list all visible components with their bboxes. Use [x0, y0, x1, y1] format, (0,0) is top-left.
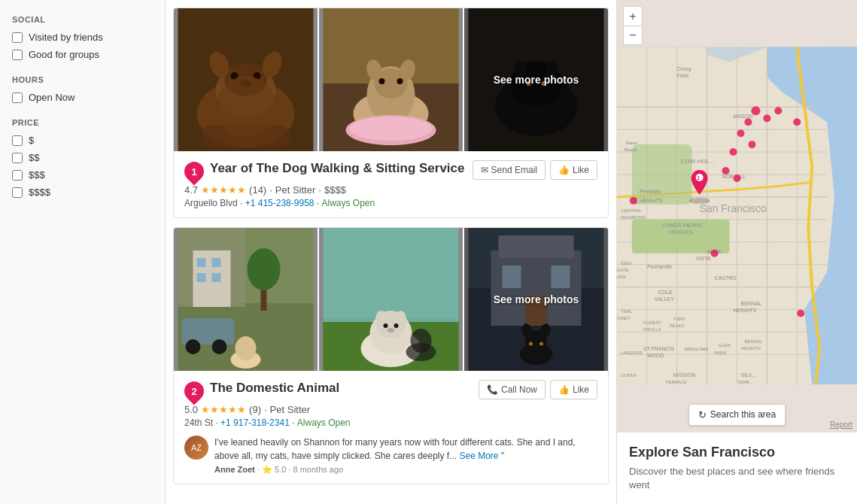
listing-2-phone[interactable]: +1 917-318-2341: [220, 417, 290, 428]
see-more-link[interactable]: See More: [460, 451, 499, 461]
price-2-checkbox[interactable]: [12, 153, 23, 163]
map-zoom-out-button[interactable]: −: [623, 26, 643, 45]
listing-2-number[interactable]: 2: [181, 378, 208, 405]
svg-text:LAKESIDE: LAKESIDE: [621, 351, 643, 355]
map-report-link[interactable]: Report: [830, 421, 852, 429]
price-1-label[interactable]: $: [29, 135, 34, 146]
svg-point-3: [225, 63, 267, 96]
listing-2-photos: See more photos: [174, 228, 608, 371]
listing-2-type: Pet Sitter: [270, 404, 310, 415]
listing-2-hours-status: Always Open: [297, 417, 351, 428]
listing-1-rating: 4.7: [184, 184, 198, 196]
sidebar-item-price-4[interactable]: $$$$: [12, 187, 153, 198]
svg-text:GATE: GATE: [617, 268, 629, 272]
price-1-checkbox[interactable]: [12, 135, 23, 146]
svg-text:WOOD: WOOD: [647, 353, 664, 358]
svg-text:BERNAL: BERNAL: [744, 339, 763, 344]
svg-text:PEAKS: PEAKS: [670, 323, 685, 328]
listing-2-header: 2 The Domestic Animal 📞 Call Now 👍 Like: [184, 380, 597, 401]
price-3-label[interactable]: $$$: [29, 169, 45, 181]
svg-text:MIRALOMA: MIRALOMA: [685, 347, 709, 351]
listing-2-call-now-button[interactable]: 📞 Call Now: [479, 380, 546, 399]
sidebar-item-visited-by-friends[interactable]: Visited by friends: [12, 32, 153, 43]
listing-2-title-group: 2 The Domestic Animal: [184, 380, 339, 401]
svg-text:KNOLLS: KNOLLS: [643, 327, 661, 332]
svg-point-55: [387, 328, 395, 332]
explore-description: Discover the best places and see where f…: [629, 465, 845, 492]
svg-text:TRAL: TRAL: [621, 309, 633, 314]
listing-1-photo-2[interactable]: [319, 8, 463, 151]
listing-2-photo-3[interactable]: See more photos: [464, 228, 608, 371]
listing-card-2: See more photos 2 The Domestic Animal 📞 …: [173, 227, 609, 484]
svg-rect-47: [324, 228, 459, 322]
listing-1-title-group: 1 Year of The Dog Walking & Sitting Serv…: [184, 160, 465, 181]
map-svg: COW HOL... NOB HILL Presidio HEIGHTS LOW…: [617, 0, 857, 432]
svg-point-149: [793, 118, 801, 126]
sidebar: SOCIAL Visited by friends Good for group…: [0, 0, 166, 504]
svg-rect-91: [632, 144, 692, 205]
sidebar-item-price-1[interactable]: $: [12, 135, 153, 146]
svg-text:ST FRANCIS: ST FRANCIS: [643, 346, 675, 351]
listing-1-photo-3[interactable]: See more photos: [464, 8, 608, 151]
svg-point-54: [394, 323, 399, 328]
svg-point-39: [248, 248, 281, 290]
svg-text:Field: Field: [677, 73, 688, 78]
author-star: ⭐: [262, 465, 272, 474]
good-for-groups-checkbox[interactable]: [12, 50, 23, 60]
review-time-ago: 8 months ago: [293, 465, 344, 474]
svg-text:CASTRO: CASTRO: [715, 275, 737, 281]
listing-2-rating: 5.0: [184, 404, 198, 415]
email-icon: ✉: [481, 165, 488, 175]
svg-text:VALLEY: VALLEY: [655, 296, 674, 302]
listing-2-like-button[interactable]: 👍 Like: [550, 380, 597, 399]
svg-text:MISSION: MISSION: [673, 372, 695, 378]
price-4-label[interactable]: $$$$: [29, 187, 50, 198]
price-3-checkbox[interactable]: [12, 170, 23, 181]
visited-by-friends-label[interactable]: Visited by friends: [29, 32, 103, 43]
listing-2-photo-1[interactable]: [174, 228, 318, 371]
right-panel: COW HOL... NOB HILL Presidio HEIGHTS LOW…: [616, 0, 857, 504]
svg-text:TWIN: TWIN: [673, 317, 685, 321]
sidebar-item-price-2[interactable]: $$: [12, 152, 153, 163]
svg-text:INSET: INSET: [617, 316, 631, 320]
listing-2-photo-2[interactable]: [319, 228, 463, 371]
phone-icon: 📞: [487, 384, 498, 395]
review-body: I've leaned heavily on Shannon for many …: [214, 436, 597, 475]
sidebar-hours-title: HOURS: [12, 75, 153, 84]
svg-point-140: [744, 118, 752, 126]
refresh-icon: ↻: [698, 409, 707, 421]
svg-text:HEIGHTS: HEIGHTS: [670, 229, 693, 235]
listing-1-number[interactable]: 1: [181, 158, 208, 186]
good-for-groups-label[interactable]: Good for groups: [29, 49, 99, 60]
listing-1-price: $$$$: [324, 184, 346, 196]
listing-1-title[interactable]: Year of The Dog Walking & Sitting Servic…: [210, 160, 465, 177]
svg-point-41: [186, 339, 201, 354]
svg-point-16: [379, 78, 385, 84]
listing-1-see-more[interactable]: See more photos: [464, 8, 608, 151]
price-4-checkbox[interactable]: [12, 187, 23, 198]
svg-point-53: [384, 323, 388, 328]
open-now-checkbox[interactable]: [12, 93, 23, 103]
open-now-label[interactable]: Open Now: [29, 92, 74, 103]
visited-by-friends-checkbox[interactable]: [12, 32, 23, 43]
svg-text:Beach: Beach: [625, 147, 637, 152]
sidebar-item-open-now[interactable]: Open Now: [12, 92, 153, 103]
listing-2-title[interactable]: The Domestic Animal: [210, 380, 339, 396]
sidebar-item-good-for-groups[interactable]: Good for groups: [12, 49, 153, 60]
svg-rect-35: [212, 258, 221, 267]
listing-1-like-button[interactable]: 👍 Like: [550, 160, 597, 180]
listing-1-send-email-button[interactable]: ✉ Send Email: [473, 160, 546, 180]
svg-text:SILV...: SILV...: [740, 372, 755, 378]
listing-1-hours-status: Always Open: [322, 198, 375, 208]
listing-2-see-more[interactable]: See more photos: [464, 228, 608, 371]
search-area-button[interactable]: ↻ Search this area: [688, 404, 786, 426]
listing-1-phone[interactable]: +1 415-238-9958: [245, 198, 315, 208]
author-rating: 5.0: [275, 465, 286, 474]
svg-point-142: [737, 129, 745, 137]
listing-1-photo-1[interactable]: [174, 8, 318, 151]
price-2-label[interactable]: $$: [29, 152, 39, 163]
listing-1-info: 1 Year of The Dog Walking & Sitting Serv…: [174, 151, 608, 217]
sidebar-item-price-3[interactable]: $$$: [12, 169, 153, 181]
svg-point-42: [212, 339, 227, 354]
map-zoom-in-button[interactable]: +: [623, 6, 643, 26]
